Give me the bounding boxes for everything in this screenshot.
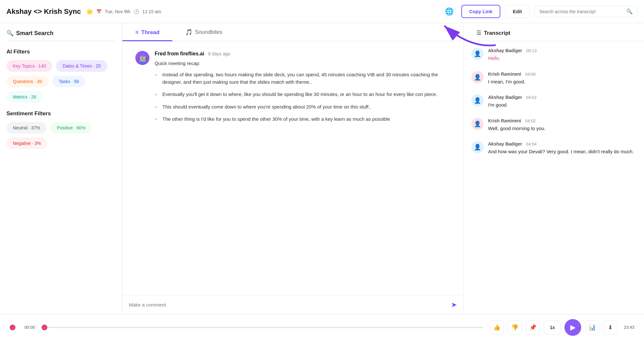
list-item: Eventually you'll get it down to where, …	[155, 88, 450, 101]
thread-icon: ≡	[135, 29, 139, 36]
thread-content: 🤖 Fred from fireflies.ai 8 days ago Quic…	[122, 41, 463, 295]
timestamp: 04:00	[525, 72, 536, 77]
tab-thread[interactable]: ≡ Thread	[122, 24, 172, 41]
comment-input[interactable]	[129, 302, 447, 307]
transcript-body: Akshay Badiger 00:13 Hello.	[488, 48, 537, 62]
thread-list: Instead of like spending, two hours maki…	[155, 69, 450, 126]
transcript-panel: ☰ Transcript 👤 Akshay Badiger 00:13 Hell…	[464, 23, 644, 314]
timestamp: 04:02	[525, 118, 536, 123]
thumbs-up-button[interactable]: 👍	[490, 320, 504, 335]
timestamp: 04:04	[526, 142, 537, 146]
avatar: 👤	[471, 94, 484, 107]
dates-times-chip[interactable]: Dates & Times · 25	[56, 60, 107, 72]
sentiment-grid: Neutral · 37% Positive · 60% Negative · …	[6, 122, 116, 149]
clock-icon: 🕐	[134, 9, 139, 14]
waveform-button[interactable]: 📊	[585, 320, 599, 335]
header: Akshay <> Krish Sync 🌟 📅 Tue, Nov 9th 🕐 …	[0, 0, 644, 23]
transcript-body: Akshay Badiger 04:02 I'm good.	[488, 94, 537, 109]
speaker-name: Akshay Badiger	[488, 141, 522, 146]
header-meta: 🌟 📅 Tue, Nov 9th 🕐 11:15 am	[86, 8, 161, 15]
transcript-tab-bar: ☰ Transcript	[464, 23, 644, 41]
playhead[interactable]	[42, 325, 47, 330]
smart-search-label: Smart Search	[16, 30, 53, 37]
globe-button[interactable]: 🌐	[442, 5, 456, 19]
main-layout: 🔍 Smart Search AI Filters Key Topics · 1…	[0, 23, 644, 314]
avatar: 👤	[471, 141, 484, 153]
transcript-entry: 👤 Krish Ramineni 04:02 Well, good mornin…	[471, 118, 636, 132]
transcript-body: Akshay Badiger 04:04 And how was your De…	[488, 141, 634, 156]
player-dot	[10, 325, 15, 330]
total-time: 23:43	[624, 325, 634, 330]
transcript-text: And how was your Devali? Very good. I me…	[488, 148, 634, 156]
comment-box: ➤	[122, 295, 463, 314]
list-item: The other thing is I'd like for you to s…	[155, 113, 450, 126]
bookmark-button[interactable]: 📌	[526, 320, 540, 335]
transcript-text: I'm good.	[488, 101, 537, 109]
speaker-name: Krish Ramineni	[488, 118, 521, 123]
thumbs-down-button[interactable]: 👎	[508, 320, 522, 335]
header-time: 11:15 am	[142, 9, 161, 14]
left-panel: 🔍 Smart Search AI Filters Key Topics · 1…	[0, 23, 122, 314]
speaker-name: Akshay Badiger	[488, 95, 522, 100]
tab-transcript[interactable]: ☰ Transcript	[464, 25, 523, 41]
key-topics-chip[interactable]: Key Topics · 140	[6, 60, 52, 72]
avatar: 👤	[471, 71, 484, 83]
soundbites-icon: 🎵	[185, 29, 192, 36]
search-icon: 🔍	[626, 8, 633, 14]
header-date: Tue, Nov 9th	[105, 9, 130, 14]
transcript-text: I mean, I'm good.	[488, 78, 536, 86]
player-track[interactable]	[42, 327, 484, 328]
transcript-entry: 👤 Akshay Badiger 04:04 And how was your …	[471, 141, 636, 156]
timestamp: 00:13	[526, 48, 537, 53]
positive-chip[interactable]: Positive · 60%	[51, 122, 92, 134]
transcript-entry: 👤 Akshay Badiger 04:02 I'm good.	[471, 94, 636, 109]
ai-filters-grid: Key Topics · 140 Dates & Times · 25 Ques…	[6, 60, 116, 103]
sentiment-filters-title: Sentiment Filters	[6, 110, 116, 117]
edit-button[interactable]: Edit	[505, 5, 529, 18]
list-item: Instead of like spending, two hours maki…	[155, 69, 450, 88]
header-emoji: 🌟	[86, 8, 93, 15]
avatar: 👤	[471, 48, 484, 60]
ai-filters-title: AI Filters	[6, 49, 116, 55]
list-item: This should eventually come down to wher…	[155, 101, 450, 113]
tabs-panel: ≡ Thread 🎵 Soundbites 🤖 Fred from firefl…	[122, 23, 464, 314]
search-input[interactable]	[539, 9, 624, 14]
thread-time: 8 days ago	[208, 51, 230, 56]
transcript-search: 🔍	[534, 5, 638, 17]
transcript-body: Krish Ramineni 04:02 Well, good morning …	[488, 118, 545, 132]
calendar-icon: 📅	[96, 9, 101, 14]
send-button[interactable]: ➤	[451, 301, 457, 309]
metrics-chip[interactable]: Metrics · 26	[6, 91, 43, 103]
speaker-name: Krish Ramineni	[488, 71, 521, 77]
play-button[interactable]: ▶	[564, 319, 581, 336]
thread-intro: Quick meeting recap:	[155, 61, 450, 66]
transcript-text: Well, good morning to you.	[488, 125, 545, 132]
transcript-entry: 👤 Akshay Badiger 00:13 Hello.	[471, 48, 636, 62]
transcript-entry: 👤 Krish Ramineni 04:00 I mean, I'm good.	[471, 71, 636, 86]
current-time: 00:00	[24, 325, 35, 330]
copy-link-button[interactable]: Copy Link	[461, 5, 500, 18]
transcript-body: Krish Ramineni 04:00 I mean, I'm good.	[488, 71, 536, 86]
thread-author: Fred from fireflies.ai	[155, 51, 204, 56]
questions-chip[interactable]: Questions · 20	[6, 76, 48, 87]
speed-button[interactable]: 1x	[544, 320, 561, 335]
player-controls: 👍 👎 📌 1x ▶ 📊 ⬇	[490, 319, 617, 336]
transcript-icon: ☰	[476, 30, 481, 36]
thread-post: 🤖 Fred from fireflies.ai 8 days ago Quic…	[135, 51, 450, 126]
tabs-bar: ≡ Thread 🎵 Soundbites	[122, 23, 463, 41]
tab-soundbites[interactable]: 🎵 Soundbites	[172, 24, 235, 41]
thread-avatar: 🤖	[135, 51, 149, 65]
tasks-chip[interactable]: Tasks · 56	[52, 76, 85, 87]
timestamp: 04:02	[526, 95, 537, 100]
thread-body: Fred from fireflies.ai 8 days ago Quick …	[155, 51, 450, 126]
negative-chip[interactable]: Negative · 3%	[6, 137, 47, 149]
download-button[interactable]: ⬇	[603, 320, 617, 335]
transcript-text: Hello.	[488, 55, 537, 62]
header-title: Akshay <> Krish Sync	[6, 7, 81, 16]
smart-search-icon: 🔍	[6, 30, 14, 37]
avatar: 👤	[471, 118, 484, 130]
player-bar: 00:00 👍 👎 📌 1x ▶ 📊 ⬇ 23:43	[0, 314, 644, 340]
transcript-content: 👤 Akshay Badiger 00:13 Hello. 👤 Krish Ra…	[464, 41, 644, 314]
speaker-name: Akshay Badiger	[488, 48, 522, 53]
neutral-chip[interactable]: Neutral · 37%	[6, 122, 47, 134]
